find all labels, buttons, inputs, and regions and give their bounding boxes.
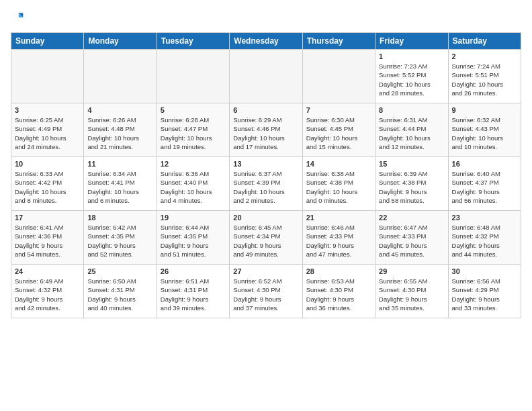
day-number: 29 xyxy=(379,267,444,275)
day-info: Sunrise: 6:38 AM Sunset: 4:38 PM Dayligh… xyxy=(306,169,371,205)
day-info: Sunrise: 6:32 AM Sunset: 4:43 PM Dayligh… xyxy=(452,116,517,151)
calendar-cell xyxy=(11,50,84,103)
day-number: 8 xyxy=(379,106,444,114)
calendar-cell: 28Sunrise: 6:53 AM Sunset: 4:30 PM Dayli… xyxy=(302,265,375,318)
day-info: Sunrise: 6:37 AM Sunset: 4:39 PM Dayligh… xyxy=(233,169,298,205)
day-info: Sunrise: 7:23 AM Sunset: 5:52 PM Dayligh… xyxy=(379,62,444,97)
weekday-header: Monday xyxy=(84,33,157,50)
day-info: Sunrise: 6:50 AM Sunset: 4:31 PM Dayligh… xyxy=(87,277,152,312)
calendar-cell: 7Sunrise: 6:30 AM Sunset: 4:45 PM Daylig… xyxy=(302,103,375,157)
day-number: 5 xyxy=(161,106,226,114)
day-info: Sunrise: 6:25 AM Sunset: 4:49 PM Dayligh… xyxy=(15,116,80,151)
calendar-week-row: 1Sunrise: 7:23 AM Sunset: 5:52 PM Daylig… xyxy=(11,50,521,103)
day-info: Sunrise: 6:48 AM Sunset: 4:32 PM Dayligh… xyxy=(452,223,517,259)
day-number: 19 xyxy=(161,214,226,222)
day-info: Sunrise: 6:42 AM Sunset: 4:35 PM Dayligh… xyxy=(87,223,152,259)
day-info: Sunrise: 6:55 AM Sunset: 4:30 PM Dayligh… xyxy=(379,277,444,312)
weekday-header: Thursday xyxy=(302,33,375,50)
day-info: Sunrise: 6:45 AM Sunset: 4:34 PM Dayligh… xyxy=(233,223,298,259)
calendar-cell: 12Sunrise: 6:36 AM Sunset: 4:40 PM Dayli… xyxy=(157,157,229,211)
calendar-cell: 18Sunrise: 6:42 AM Sunset: 4:35 PM Dayli… xyxy=(84,211,157,265)
calendar-cell: 10Sunrise: 6:33 AM Sunset: 4:42 PM Dayli… xyxy=(11,157,84,211)
day-number: 3 xyxy=(15,106,80,114)
calendar: SundayMondayTuesdayWednesdayThursdayFrid… xyxy=(11,32,521,318)
day-number: 16 xyxy=(452,160,517,168)
calendar-cell xyxy=(157,50,229,103)
day-number: 26 xyxy=(161,267,226,275)
day-number: 18 xyxy=(87,214,152,222)
day-info: Sunrise: 6:34 AM Sunset: 4:41 PM Dayligh… xyxy=(87,169,152,205)
calendar-cell: 20Sunrise: 6:45 AM Sunset: 4:34 PM Dayli… xyxy=(230,211,302,265)
calendar-cell: 22Sunrise: 6:47 AM Sunset: 4:33 PM Dayli… xyxy=(375,211,448,265)
day-number: 25 xyxy=(87,267,152,275)
calendar-cell: 9Sunrise: 6:32 AM Sunset: 4:43 PM Daylig… xyxy=(448,103,521,157)
calendar-cell: 16Sunrise: 6:40 AM Sunset: 4:37 PM Dayli… xyxy=(448,157,521,211)
calendar-cell: 26Sunrise: 6:51 AM Sunset: 4:31 PM Dayli… xyxy=(157,265,229,318)
day-info: Sunrise: 6:49 AM Sunset: 4:32 PM Dayligh… xyxy=(15,277,80,312)
day-info: Sunrise: 6:46 AM Sunset: 4:33 PM Dayligh… xyxy=(306,223,371,259)
weekday-header: Tuesday xyxy=(157,33,229,50)
day-info: Sunrise: 6:30 AM Sunset: 4:45 PM Dayligh… xyxy=(306,116,371,151)
calendar-cell: 24Sunrise: 6:49 AM Sunset: 4:32 PM Dayli… xyxy=(11,265,84,318)
weekday-header: Friday xyxy=(375,33,448,50)
calendar-cell: 25Sunrise: 6:50 AM Sunset: 4:31 PM Dayli… xyxy=(84,265,157,318)
page-header xyxy=(11,11,521,24)
calendar-cell: 30Sunrise: 6:56 AM Sunset: 4:29 PM Dayli… xyxy=(448,265,521,318)
calendar-cell: 13Sunrise: 6:37 AM Sunset: 4:39 PM Dayli… xyxy=(230,157,302,211)
weekday-header-row: SundayMondayTuesdayWednesdayThursdayFrid… xyxy=(11,33,521,50)
day-number: 17 xyxy=(15,214,80,222)
logo-icon xyxy=(11,11,24,24)
calendar-cell: 1Sunrise: 7:23 AM Sunset: 5:52 PM Daylig… xyxy=(375,50,448,103)
calendar-cell xyxy=(302,50,375,103)
calendar-cell: 6Sunrise: 6:29 AM Sunset: 4:46 PM Daylig… xyxy=(230,103,302,157)
calendar-cell: 27Sunrise: 6:52 AM Sunset: 4:30 PM Dayli… xyxy=(230,265,302,318)
calendar-cell: 5Sunrise: 6:28 AM Sunset: 4:47 PM Daylig… xyxy=(157,103,229,157)
calendar-cell: 14Sunrise: 6:38 AM Sunset: 4:38 PM Dayli… xyxy=(302,157,375,211)
day-info: Sunrise: 6:36 AM Sunset: 4:40 PM Dayligh… xyxy=(161,169,226,205)
day-number: 12 xyxy=(161,160,226,168)
logo xyxy=(11,11,27,24)
calendar-cell: 11Sunrise: 6:34 AM Sunset: 4:41 PM Dayli… xyxy=(84,157,157,211)
day-info: Sunrise: 6:53 AM Sunset: 4:30 PM Dayligh… xyxy=(306,277,371,312)
day-info: Sunrise: 7:24 AM Sunset: 5:51 PM Dayligh… xyxy=(452,62,517,97)
day-number: 28 xyxy=(306,267,371,275)
calendar-cell xyxy=(230,50,302,103)
day-info: Sunrise: 6:44 AM Sunset: 4:35 PM Dayligh… xyxy=(161,223,226,259)
day-info: Sunrise: 6:40 AM Sunset: 4:37 PM Dayligh… xyxy=(452,169,517,205)
calendar-cell: 23Sunrise: 6:48 AM Sunset: 4:32 PM Dayli… xyxy=(448,211,521,265)
day-number: 1 xyxy=(379,52,444,60)
day-number: 22 xyxy=(379,214,444,222)
day-number: 2 xyxy=(452,52,517,60)
weekday-header: Sunday xyxy=(11,33,84,50)
calendar-cell: 29Sunrise: 6:55 AM Sunset: 4:30 PM Dayli… xyxy=(375,265,448,318)
day-number: 7 xyxy=(306,106,371,114)
day-number: 4 xyxy=(87,106,152,114)
day-number: 9 xyxy=(452,106,517,114)
day-info: Sunrise: 6:26 AM Sunset: 4:48 PM Dayligh… xyxy=(87,116,152,151)
day-info: Sunrise: 6:51 AM Sunset: 4:31 PM Dayligh… xyxy=(161,277,226,312)
day-info: Sunrise: 6:56 AM Sunset: 4:29 PM Dayligh… xyxy=(452,277,517,312)
day-number: 21 xyxy=(306,214,371,222)
calendar-week-row: 24Sunrise: 6:49 AM Sunset: 4:32 PM Dayli… xyxy=(11,265,521,318)
calendar-cell: 3Sunrise: 6:25 AM Sunset: 4:49 PM Daylig… xyxy=(11,103,84,157)
calendar-cell: 2Sunrise: 7:24 AM Sunset: 5:51 PM Daylig… xyxy=(448,50,521,103)
day-number: 10 xyxy=(15,160,80,168)
day-number: 6 xyxy=(233,106,298,114)
calendar-cell: 8Sunrise: 6:31 AM Sunset: 4:44 PM Daylig… xyxy=(375,103,448,157)
calendar-cell xyxy=(84,50,157,103)
day-number: 11 xyxy=(87,160,152,168)
day-number: 14 xyxy=(306,160,371,168)
day-info: Sunrise: 6:39 AM Sunset: 4:38 PM Dayligh… xyxy=(379,169,444,205)
day-info: Sunrise: 6:41 AM Sunset: 4:36 PM Dayligh… xyxy=(15,223,80,259)
calendar-week-row: 3Sunrise: 6:25 AM Sunset: 4:49 PM Daylig… xyxy=(11,103,521,157)
day-info: Sunrise: 6:31 AM Sunset: 4:44 PM Dayligh… xyxy=(379,116,444,151)
day-info: Sunrise: 6:33 AM Sunset: 4:42 PM Dayligh… xyxy=(15,169,80,205)
day-number: 15 xyxy=(379,160,444,168)
calendar-cell: 17Sunrise: 6:41 AM Sunset: 4:36 PM Dayli… xyxy=(11,211,84,265)
day-number: 27 xyxy=(233,267,298,275)
weekday-header: Saturday xyxy=(448,33,521,50)
day-number: 13 xyxy=(233,160,298,168)
day-number: 23 xyxy=(452,214,517,222)
day-info: Sunrise: 6:52 AM Sunset: 4:30 PM Dayligh… xyxy=(233,277,298,312)
day-number: 30 xyxy=(452,267,517,275)
